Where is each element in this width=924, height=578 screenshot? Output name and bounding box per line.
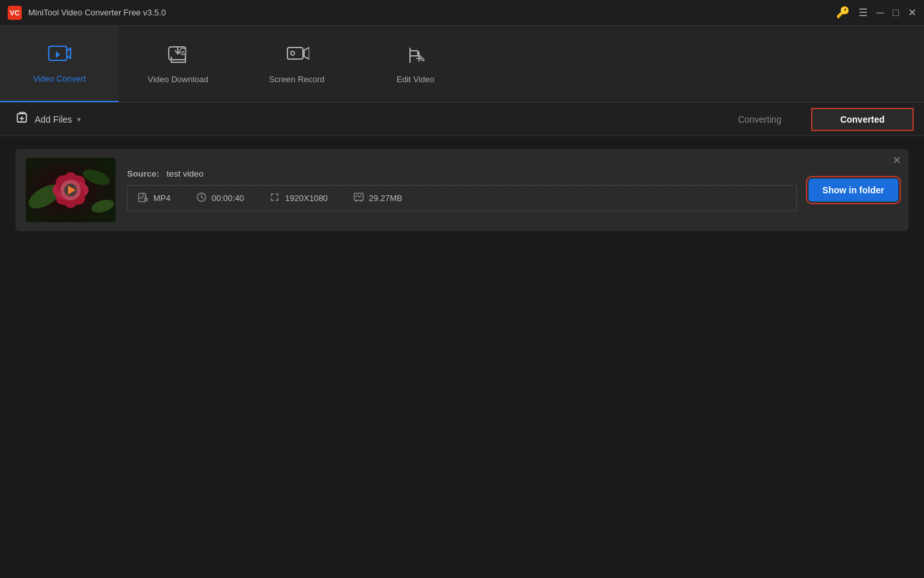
toolbar: Add Files ▾ Converting Converted xyxy=(0,103,924,136)
app-title: MiniTool Video Converter Free v3.5.0 xyxy=(28,8,836,17)
video-convert-icon xyxy=(47,44,72,69)
source-label: Source: xyxy=(127,169,159,179)
converting-tab[interactable]: Converting xyxy=(708,108,811,131)
play-icon[interactable] xyxy=(60,180,81,200)
key-icon[interactable]: 🔑 xyxy=(836,7,850,18)
file-info: Source: test video MP4 xyxy=(127,169,797,211)
title-bar: VC MiniTool Video Converter Free v3.5.0 … xyxy=(0,0,924,26)
file-meta-row: MP4 00:00:40 xyxy=(127,185,797,211)
show-in-folder-button[interactable]: Show in folder xyxy=(809,179,898,202)
file-thumbnail xyxy=(26,158,116,222)
tab-video-convert-label: Video Convert xyxy=(33,74,85,83)
converted-tab[interactable]: Converted xyxy=(811,108,914,131)
tab-screen-record[interactable]: Screen Record xyxy=(237,26,356,102)
source-name: test video xyxy=(167,169,204,179)
add-files-label: Add Files xyxy=(35,114,72,125)
file-source: Source: test video xyxy=(127,169,797,179)
format-value: MP4 xyxy=(153,193,171,203)
filesize-icon xyxy=(354,192,364,204)
tab-video-download-label: Video Download xyxy=(148,74,208,84)
duration-item: 00:00:40 xyxy=(196,192,244,204)
filesize-value: 29.27MB xyxy=(369,193,402,203)
tab-edit-video[interactable]: Edit Video xyxy=(356,26,475,102)
close-card-button[interactable]: ✕ xyxy=(893,155,901,166)
video-download-icon xyxy=(166,44,191,69)
resolution-icon xyxy=(270,192,280,204)
convert-tab-group: Converting Converted xyxy=(708,103,914,136)
tab-edit-video-label: Edit Video xyxy=(397,74,434,84)
add-files-dropdown-icon[interactable]: ▾ xyxy=(77,115,81,124)
tab-video-convert[interactable]: Video Convert xyxy=(0,26,119,102)
close-button[interactable]: ✕ xyxy=(908,8,916,18)
resolution-item: 1920X1080 xyxy=(270,192,328,204)
svg-point-2 xyxy=(180,48,186,55)
filesize-item: 29.27MB xyxy=(354,192,402,204)
add-files-icon xyxy=(17,111,30,127)
maximize-button[interactable]: □ xyxy=(893,8,899,18)
tab-screen-record-label: Screen Record xyxy=(269,74,325,84)
tab-video-download[interactable]: Video Download xyxy=(119,26,237,102)
svg-point-5 xyxy=(291,51,295,55)
screen-record-icon xyxy=(285,44,309,69)
svg-rect-3 xyxy=(287,48,303,59)
resolution-value: 1920X1080 xyxy=(285,193,328,203)
duration-value: 00:00:40 xyxy=(212,193,244,203)
format-item: MP4 xyxy=(138,192,171,204)
add-files-button[interactable]: Add Files ▾ xyxy=(10,107,87,131)
file-card: Source: test video MP4 xyxy=(15,149,909,231)
app-logo: VC xyxy=(8,6,22,20)
minimize-button[interactable]: ─ xyxy=(877,8,884,18)
nav-bar: Video Convert Video Download Screen Reco… xyxy=(0,26,924,103)
format-icon xyxy=(138,192,148,204)
edit-video-icon xyxy=(404,44,428,69)
duration-icon xyxy=(196,192,207,204)
main-content: Source: test video MP4 xyxy=(0,136,924,244)
window-controls: 🔑 ☰ ─ □ ✕ xyxy=(836,7,916,18)
svg-marker-4 xyxy=(304,48,309,59)
menu-icon[interactable]: ☰ xyxy=(859,8,868,18)
